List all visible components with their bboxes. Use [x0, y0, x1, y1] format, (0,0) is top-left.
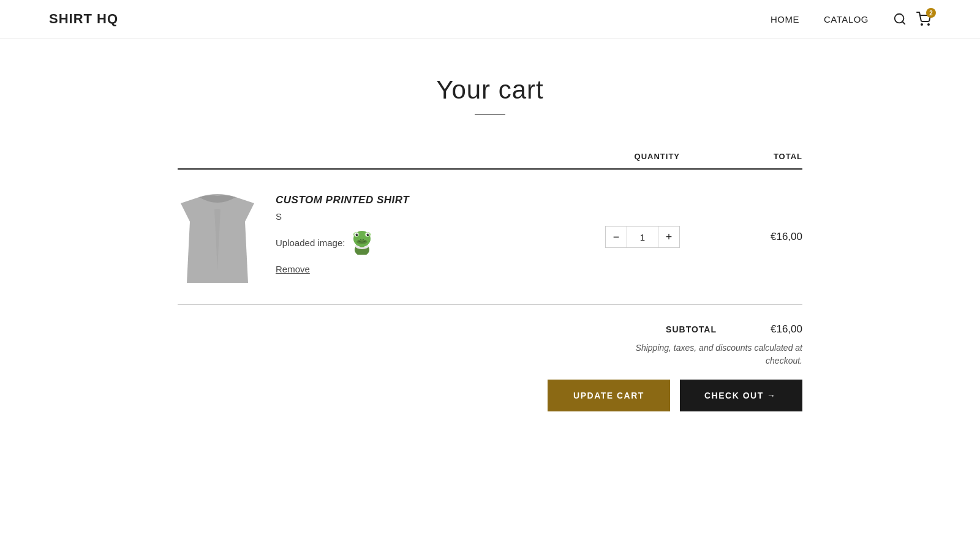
quantity-column-header: QUANTITY [557, 152, 680, 161]
site-logo[interactable]: SHIRT HQ [49, 11, 118, 27]
subtotal-label: SUBTOTAL [666, 324, 717, 334]
product-upload-row: Uploaded image: [276, 228, 409, 258]
upload-label: Uploaded image: [276, 238, 345, 248]
item-total-price: €16,00 [680, 231, 802, 243]
page-title-section: Your cart [178, 75, 802, 115]
search-button[interactable] [893, 12, 907, 26]
subtotal-value: €16,00 [753, 323, 802, 335]
product-name: CUSTOM PRINTED SHIRT [276, 194, 409, 206]
svg-point-15 [368, 234, 369, 234]
cart-product: CUSTOM PRINTED SHIRT S Uploaded image: [178, 188, 557, 286]
main-nav: HOME CATALOG 2 [771, 12, 931, 26]
svg-point-3 [928, 24, 929, 25]
table-row: CUSTOM PRINTED SHIRT S Uploaded image: [178, 170, 802, 305]
quantity-decrease-button[interactable]: − [605, 226, 627, 248]
shipping-note: Shipping, taxes, and discounts calculate… [619, 342, 802, 367]
cart-table-header: QUANTITY TOTAL [178, 152, 802, 170]
nav-home[interactable]: HOME [771, 14, 799, 24]
nav-icons: 2 [893, 12, 931, 26]
svg-point-18 [363, 239, 364, 240]
cart-badge: 2 [926, 8, 936, 18]
page-title: Your cart [178, 75, 802, 105]
quantity-control: − 1 + [557, 226, 680, 248]
title-divider [475, 114, 505, 115]
svg-line-1 [902, 21, 905, 24]
cart-subtotal-section: SUBTOTAL €16,00 Shipping, taxes, and dis… [178, 323, 802, 411]
uploaded-image-preview [350, 228, 374, 258]
product-image [178, 188, 257, 286]
nav-catalog[interactable]: CATALOG [824, 14, 869, 24]
main-content: Your cart QUANTITY TOTAL [153, 39, 827, 460]
cart-actions: UPDATE CART CHECK OUT → [548, 380, 802, 411]
product-size: S [276, 211, 409, 222]
svg-point-17 [360, 239, 361, 240]
search-icon [893, 12, 907, 26]
quantity-value: 1 [627, 226, 658, 248]
product-info: CUSTOM PRINTED SHIRT S Uploaded image: [276, 188, 409, 275]
quantity-increase-button[interactable]: + [658, 226, 680, 248]
svg-point-14 [357, 234, 358, 234]
checkout-button[interactable]: CHECK OUT → [680, 380, 802, 411]
update-cart-button[interactable]: UPDATE CART [548, 380, 670, 411]
svg-point-2 [921, 24, 922, 25]
tshirt-image [181, 191, 254, 283]
subtotal-row: SUBTOTAL €16,00 [666, 323, 802, 335]
total-column-header: TOTAL [680, 152, 802, 161]
remove-button[interactable]: Remove [276, 264, 310, 274]
cart-button[interactable]: 2 [916, 12, 931, 26]
